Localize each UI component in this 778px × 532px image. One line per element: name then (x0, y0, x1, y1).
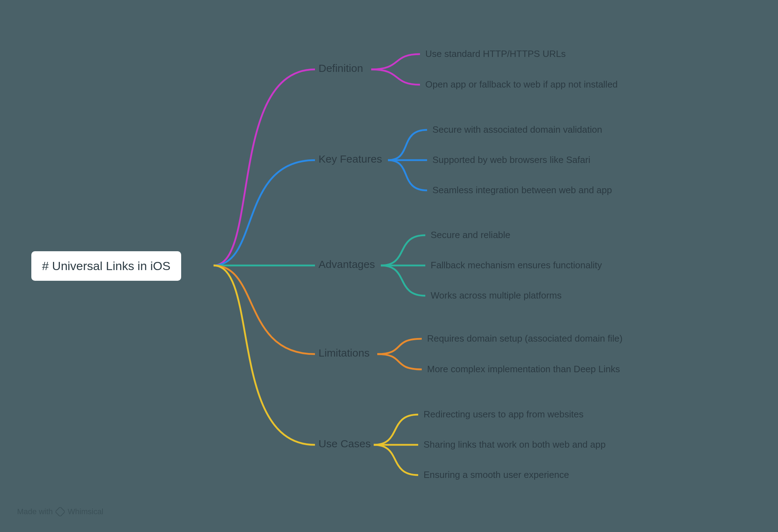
root-node[interactable]: # Universal Links in iOS (31, 251, 181, 281)
branch-definition[interactable]: Definition (319, 62, 363, 74)
leaf-definition-0[interactable]: Use standard HTTP/HTTPS URLs (425, 48, 566, 59)
leaf-usecases-2[interactable]: Ensuring a smooth user experience (424, 469, 569, 480)
leaf-limitations-0[interactable]: Requires domain setup (associated domain… (427, 333, 622, 344)
leaf-advantages-2[interactable]: Works across multiple platforms (431, 290, 562, 301)
leaf-definition-1[interactable]: Open app or fallback to web if app not i… (425, 79, 618, 90)
leaf-usecases-1[interactable]: Sharing links that work on both web and … (424, 439, 606, 450)
leaf-keyfeatures-2[interactable]: Seamless integration between web and app (432, 185, 612, 196)
leaf-keyfeatures-0[interactable]: Secure with associated domain validation (432, 124, 602, 135)
svg-rect-0 (56, 507, 65, 516)
branch-limitations[interactable]: Limitations (319, 347, 369, 359)
watermark-brand: Whimsical (68, 507, 103, 516)
whimsical-logo-icon (56, 507, 65, 516)
leaf-limitations-1[interactable]: More complex implementation than Deep Li… (427, 364, 620, 375)
watermark-prefix: Made with (17, 507, 53, 516)
leaf-advantages-0[interactable]: Secure and reliable (431, 230, 510, 241)
root-title: # Universal Links in iOS (42, 259, 170, 273)
leaf-advantages-1[interactable]: Fallback mechanism ensures functionality (431, 260, 602, 271)
branch-advantages[interactable]: Advantages (319, 258, 375, 270)
branch-use-cases[interactable]: Use Cases (319, 438, 371, 450)
leaf-usecases-0[interactable]: Redirecting users to app from websites (424, 409, 583, 420)
leaf-keyfeatures-1[interactable]: Supported by web browsers like Safari (432, 154, 590, 165)
watermark: Made with Whimsical (17, 507, 104, 516)
branch-key-features[interactable]: Key Features (319, 153, 382, 165)
